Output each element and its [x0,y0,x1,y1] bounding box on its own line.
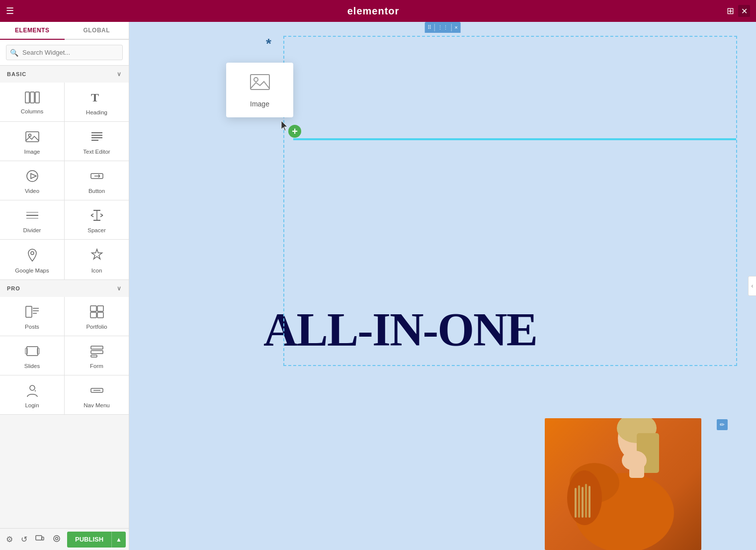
svg-rect-0 [25,92,29,103]
settings-icon[interactable]: ⚙ [4,533,15,546]
section-basic-header[interactable]: BASIC ∨ [0,66,129,83]
widget-posts-label: Posts [25,324,39,330]
svg-rect-42 [35,390,36,391]
widget-columns[interactable]: Columns [0,83,64,121]
tab-global[interactable]: GLOBAL [65,22,129,39]
svg-rect-60 [585,484,587,518]
svg-point-26 [31,252,34,255]
drop-plus-button[interactable]: + [288,125,301,138]
text-editor-icon [89,130,104,146]
widget-spacer-label: Spacer [87,227,105,233]
columns-icon [25,92,40,105]
tab-elements[interactable]: ELEMENTS [0,22,65,40]
widget-login-label: Login [25,402,39,408]
svg-point-56 [567,470,602,525]
image-icon [25,130,40,146]
sidebar-scroll: BASIC ∨ Columns [0,66,129,528]
google-maps-icon [25,248,40,265]
svg-rect-58 [578,485,580,518]
svg-marker-11 [31,174,36,179]
svg-line-25 [100,215,103,217]
section-basic-label: BASIC [7,71,26,77]
canvas-area: ⠿ | ⋮⋮ | × * Image + [129,22,756,550]
widget-video[interactable]: Video [0,161,64,200]
canvas-image-container: ✏ [572,418,729,550]
top-bar: ☰ elementor ⊞ ✕ [0,0,756,22]
svg-rect-34 [97,312,103,318]
svg-rect-31 [90,306,96,311]
widget-posts[interactable]: Posts [0,297,64,336]
sidebar-tabs: ELEMENTS GLOBAL [0,22,129,40]
widget-divider-label: Divider [23,227,41,233]
hamburger-icon[interactable]: ☰ [6,5,14,16]
section-pro-label: PRO [7,285,20,291]
svg-rect-45 [36,536,42,540]
widget-slides[interactable]: Slides [0,336,64,375]
widget-spacer[interactable]: Spacer [65,200,129,239]
widget-google-maps[interactable]: Google Maps [0,240,64,279]
svg-rect-2 [35,92,39,103]
svg-line-24 [100,214,103,215]
publish-dropdown-arrow[interactable]: ▲ [112,532,126,548]
chevron-down-icon-pro: ∨ [117,285,122,292]
svg-rect-59 [582,487,584,518]
spacer-icon [89,208,104,224]
bottom-bar: ⚙ ↺ PUBLISH ▲ [0,528,129,550]
svg-text:T: T [91,91,99,104]
floating-image-icon [250,73,270,96]
svg-line-22 [91,214,93,215]
svg-rect-4 [26,132,39,142]
svg-rect-39 [91,351,103,354]
publish-button[interactable]: PUBLISH ▲ [67,532,126,548]
widget-button[interactable]: Button [65,161,129,200]
widget-nav-menu[interactable]: Nav Menu [65,375,129,414]
search-input[interactable] [6,45,123,60]
widget-text-editor-label: Text Editor [83,149,110,155]
history-icon[interactable]: ↺ [19,533,29,546]
sidebar: ELEMENTS GLOBAL 🔍 BASIC ∨ [0,22,129,550]
responsive-icon[interactable] [33,532,46,547]
heading-icon: T [89,91,104,106]
svg-rect-46 [42,537,44,540]
login-icon [25,383,40,399]
svg-rect-35 [27,347,38,356]
section-move-icon[interactable]: ⠿ [427,24,431,31]
posts-icon [25,305,40,321]
svg-rect-61 [588,486,590,518]
svg-point-41 [30,385,35,390]
widget-form[interactable]: Form [65,336,129,375]
widget-divider[interactable]: Divider [0,200,64,239]
basic-widgets-grid: Columns T Heading [0,83,129,280]
preview-icon[interactable] [50,532,63,547]
section-toolbar: ⠿ | ⋮⋮ | × [424,22,461,33]
close-icon[interactable]: ✕ [738,5,750,17]
icon-widget-icon [89,248,104,265]
floating-image-widget[interactable]: Image [226,63,293,117]
image-edit-icon[interactable]: ✏ [717,419,728,430]
svg-rect-27 [26,306,32,317]
widget-login[interactable]: Login [0,375,64,414]
widget-portfolio[interactable]: Portfolio [65,297,129,336]
widget-heading[interactable]: T Heading [65,83,129,121]
widget-icon[interactable]: Icon [65,240,129,279]
search-icon: 🔍 [10,49,18,57]
widget-portfolio-label: Portfolio [86,324,107,330]
cursor [281,120,289,131]
widget-image[interactable]: Image [0,122,64,161]
section-close-icon[interactable]: × [454,24,457,30]
floating-image-label: Image [250,100,269,108]
divider-icon [25,208,40,224]
video-icon [25,169,40,185]
grid-icon[interactable]: ⊞ [727,5,734,16]
drop-line [293,138,736,140]
big-text: ALL-IN-ONE [263,306,756,354]
widget-icon-label: Icon [91,268,102,274]
publish-label: PUBLISH [67,532,112,548]
section-pro-header[interactable]: PRO ∨ [0,280,129,297]
widget-text-editor[interactable]: Text Editor [65,122,129,161]
collapse-sidebar-handle[interactable]: ‹ [748,276,756,296]
section-settings-icon[interactable]: ⋮⋮ [437,24,448,31]
widget-video-label: Video [25,188,39,194]
svg-point-48 [56,537,58,540]
svg-point-5 [28,134,31,137]
